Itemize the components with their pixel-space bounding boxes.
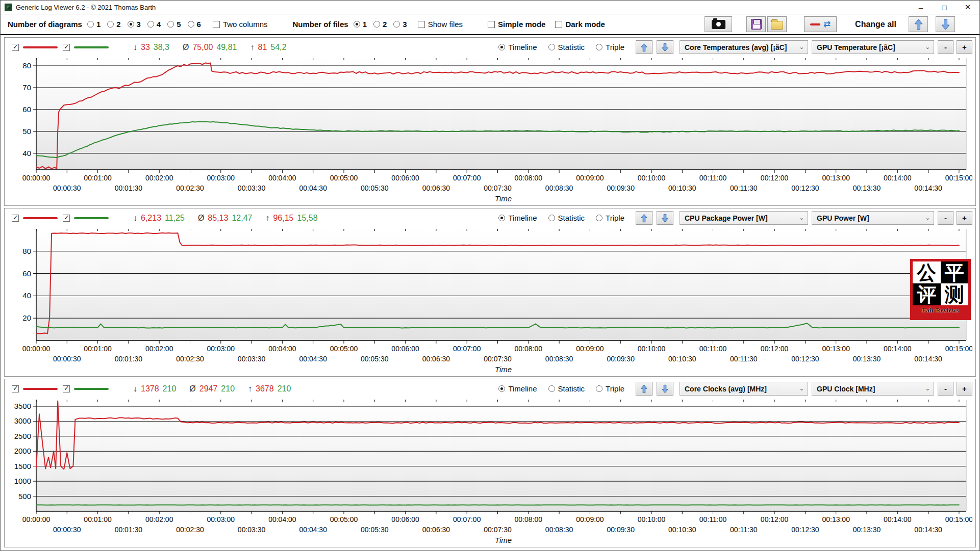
dark-mode-checkbox[interactable]: Dark mode xyxy=(555,20,605,29)
diagrams-option-4[interactable]: 4 xyxy=(147,20,161,29)
svg-text:40: 40 xyxy=(22,149,31,158)
red-channel-dropdown[interactable]: Core Temperatures (avg) [¡ãC]⌄ xyxy=(680,40,808,54)
change-all-up-button[interactable] xyxy=(909,16,928,32)
show-files-checkbox[interactable]: Show files xyxy=(418,20,463,29)
radio-icon[interactable] xyxy=(188,21,194,28)
files-option-1[interactable]: 1 xyxy=(354,20,367,29)
save-button[interactable] xyxy=(746,16,766,32)
move-diagram-up-button[interactable] xyxy=(636,211,652,225)
radio-icon[interactable] xyxy=(596,215,602,221)
logo-char-br: 测 xyxy=(941,283,969,305)
view-timeline-radio[interactable]: Timeline xyxy=(498,384,537,393)
svg-text:00:01:00: 00:01:00 xyxy=(84,515,112,523)
view-statistic-radio[interactable]: Statistic xyxy=(548,384,585,393)
checkbox-icon[interactable] xyxy=(418,21,425,28)
radio-selected-icon[interactable] xyxy=(354,21,360,28)
series-green-visible-checkbox[interactable] xyxy=(63,215,70,222)
files-option-3[interactable]: 3 xyxy=(393,20,407,29)
svg-text:70: 70 xyxy=(22,83,31,92)
panel1-stats: ↓ 33 38,3 Ø 75,00 49,81 ↑ 81 54,2 xyxy=(133,43,286,52)
radio-icon[interactable] xyxy=(147,21,154,28)
open-file-button[interactable] xyxy=(767,16,787,32)
stat-min-green: 11,25 xyxy=(165,214,185,223)
shrink-diagram-button[interactable]: - xyxy=(938,382,953,396)
radio-selected-icon[interactable] xyxy=(498,385,505,392)
move-diagram-down-button[interactable] xyxy=(657,382,673,396)
diagrams-option-6[interactable]: 6 xyxy=(188,20,201,29)
logo-caption: Fair Reviews xyxy=(913,305,968,315)
view-triple-radio[interactable]: Triple xyxy=(596,384,624,393)
move-diagram-down-button[interactable] xyxy=(657,40,673,54)
enlarge-diagram-button[interactable]: + xyxy=(957,40,972,54)
radio-selected-icon[interactable] xyxy=(498,44,505,50)
checkbox-icon[interactable] xyxy=(488,21,495,28)
stat-max-red: 3678 xyxy=(256,384,274,393)
change-all-down-button[interactable] xyxy=(936,16,955,32)
diagrams-option-3[interactable]: 3 xyxy=(128,20,141,29)
move-diagram-up-button[interactable] xyxy=(636,40,652,54)
series-green-visible-checkbox[interactable] xyxy=(63,385,70,392)
down-arrow-icon xyxy=(662,384,668,393)
enlarge-diagram-button[interactable]: + xyxy=(957,382,972,396)
maximize-button[interactable]: □ xyxy=(933,1,956,14)
radio-icon[interactable] xyxy=(107,21,114,28)
diagrams-option-1[interactable]: 1 xyxy=(87,20,100,29)
simple-mode-checkbox[interactable]: Simple mode xyxy=(488,20,545,29)
red-channel-dropdown[interactable]: CPU Package Power [W]⌄ xyxy=(680,211,808,225)
line-style-refresh-button[interactable]: ⇄ xyxy=(804,16,837,32)
radio-icon[interactable] xyxy=(87,21,94,28)
radio-icon[interactable] xyxy=(393,21,400,28)
radio-icon[interactable] xyxy=(548,215,555,221)
svg-text:00:08:30: 00:08:30 xyxy=(545,526,573,534)
radio-icon[interactable] xyxy=(548,44,555,50)
series-red-visible-checkbox[interactable] xyxy=(12,44,19,51)
series-red-visible-checkbox[interactable] xyxy=(12,385,19,392)
view-timeline-radio[interactable]: Timeline xyxy=(498,214,537,222)
green-channel-dropdown[interactable]: GPU Temperature [¡ãC]⌄ xyxy=(812,40,934,54)
open-folder-icon xyxy=(771,21,783,30)
series-green-visible-checkbox[interactable] xyxy=(63,44,70,51)
svg-text:00:07:00: 00:07:00 xyxy=(453,515,481,523)
green-channel-dropdown[interactable]: GPU Power [W]⌄ xyxy=(812,211,934,225)
chart-temperatures[interactable]: 405060708000:00:0000:01:0000:02:0000:03:… xyxy=(8,55,972,194)
stat-avg-red: 2947 xyxy=(199,384,218,393)
checkbox-icon[interactable] xyxy=(555,21,562,28)
screenshot-button[interactable] xyxy=(705,16,732,32)
checkbox-icon[interactable] xyxy=(213,21,220,28)
view-triple-radio[interactable]: Triple xyxy=(596,214,624,222)
radio-icon[interactable] xyxy=(596,44,602,50)
series-red-visible-checkbox[interactable] xyxy=(12,215,19,222)
chevron-down-icon: ⌄ xyxy=(796,44,804,50)
minimize-button[interactable]: – xyxy=(909,1,933,14)
radio-icon[interactable] xyxy=(373,21,380,28)
view-triple-radio[interactable]: Triple xyxy=(596,43,624,51)
close-button[interactable]: ✕ xyxy=(956,1,979,14)
chart-clocks[interactable]: 50010001500200025003000350000:00:0000:01… xyxy=(8,397,972,536)
diagrams-option-5[interactable]: 5 xyxy=(167,20,181,29)
svg-text:00:07:00: 00:07:00 xyxy=(453,174,481,182)
radio-selected-icon[interactable] xyxy=(498,215,505,221)
files-option-2[interactable]: 2 xyxy=(373,20,387,29)
two-columns-checkbox[interactable]: Two columns xyxy=(213,20,268,29)
red-channel-dropdown[interactable]: Core Clocks (avg) [MHz]⌄ xyxy=(680,382,808,396)
chart-power[interactable]: 2040608000:00:0000:01:0000:02:0000:03:00… xyxy=(8,226,972,365)
svg-text:00:05:00: 00:05:00 xyxy=(330,174,358,182)
green-channel-dropdown[interactable]: GPU Clock [MHz]⌄ xyxy=(812,382,934,396)
radio-icon[interactable] xyxy=(548,385,555,392)
radio-selected-icon[interactable] xyxy=(128,21,134,28)
move-diagram-up-button[interactable] xyxy=(636,382,652,396)
view-timeline-radio[interactable]: Timeline xyxy=(498,43,537,51)
panel3-header: ↓ 1378 210 Ø 2947 210 ↑ 3678 210 Timelin… xyxy=(8,381,972,397)
svg-text:00:05:30: 00:05:30 xyxy=(361,526,389,534)
view-statistic-radio[interactable]: Statistic xyxy=(548,214,585,222)
view-statistic-radio[interactable]: Statistic xyxy=(548,43,585,51)
move-diagram-down-button[interactable] xyxy=(657,211,673,225)
radio-icon[interactable] xyxy=(167,21,174,28)
diagrams-option-2[interactable]: 2 xyxy=(107,20,120,29)
enlarge-diagram-button[interactable]: + xyxy=(957,211,972,225)
shrink-diagram-button[interactable]: - xyxy=(938,40,953,54)
shrink-diagram-button[interactable]: - xyxy=(938,211,953,225)
radio-icon[interactable] xyxy=(596,385,602,392)
svg-text:00:08:30: 00:08:30 xyxy=(545,184,573,192)
svg-text:2000: 2000 xyxy=(14,447,31,455)
